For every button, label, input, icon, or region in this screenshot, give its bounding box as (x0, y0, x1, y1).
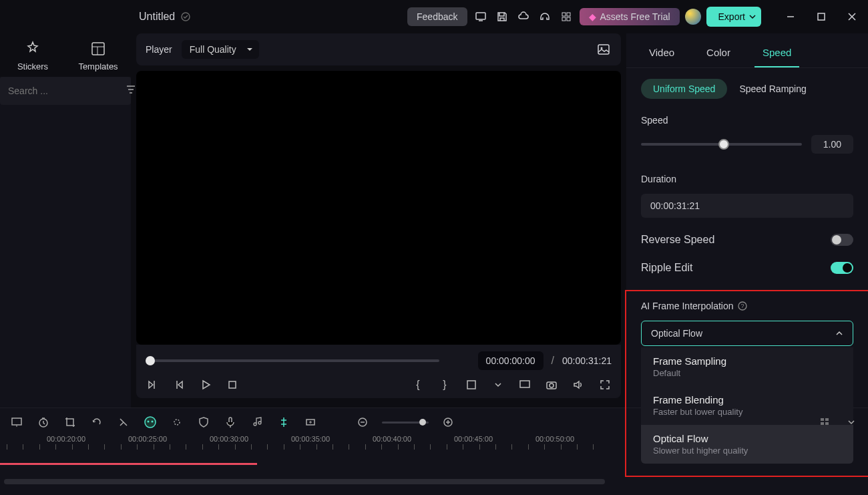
reverse-speed-label: Reverse Speed (641, 234, 714, 246)
crop-icon[interactable] (465, 378, 478, 391)
svg-rect-8 (818, 13, 825, 20)
ai-interpolation-select[interactable]: Optical Flow (641, 321, 853, 346)
category-stickers[interactable]: Stickers (0, 33, 65, 77)
zoom-out-button[interactable] (355, 415, 370, 430)
picture-icon[interactable] (596, 41, 612, 57)
video-preview[interactable] (136, 71, 621, 345)
feedback-button[interactable]: Feedback (407, 7, 467, 26)
svg-point-26 (145, 417, 156, 428)
player-label: Player (146, 44, 172, 55)
category-label: Templates (78, 61, 118, 71)
fullscreen-icon[interactable] (598, 378, 612, 391)
mark-out-icon[interactable]: } (438, 378, 451, 391)
time-separator: / (552, 355, 554, 367)
chevron-down-icon[interactable] (844, 415, 859, 430)
tab-video[interactable]: Video (641, 41, 682, 67)
dd-sub: Default (653, 368, 841, 378)
ai-selected-value: Optical Flow (651, 328, 702, 339)
tl-crop-icon[interactable] (63, 415, 77, 430)
tl-mic-icon[interactable] (223, 415, 238, 430)
search-input[interactable] (8, 86, 125, 96)
mark-in-icon[interactable]: { (411, 378, 425, 391)
tl-music-icon[interactable] (250, 415, 264, 430)
ruler-mark: 00:00:40:00 (373, 435, 411, 443)
monitor-icon[interactable] (473, 9, 489, 25)
minimize-button[interactable] (783, 9, 799, 25)
timeline-scrollbar[interactable] (4, 479, 605, 484)
chevron-down-icon (749, 13, 756, 20)
close-button[interactable] (844, 9, 860, 25)
tl-ai-icon[interactable] (143, 415, 158, 430)
globe-icon[interactable] (685, 9, 701, 25)
ai-option-frame-sampling[interactable]: Frame Sampling Default (641, 347, 853, 386)
quality-select[interactable]: Full Quality (182, 40, 259, 59)
zoom-slider[interactable] (382, 422, 429, 424)
ruler-mark: 00:00:50:00 (535, 435, 574, 443)
svg-rect-15 (598, 45, 609, 54)
tl-view-icon[interactable] (817, 415, 832, 430)
time-total: 00:00:31:21 (562, 355, 612, 366)
svg-rect-5 (562, 17, 566, 21)
clip-track[interactable] (0, 463, 257, 465)
zoom-in-button[interactable] (441, 415, 455, 430)
uniform-speed-tab[interactable]: Uniform Speed (641, 79, 727, 99)
chevron-down-icon[interactable] (491, 378, 505, 391)
duration-label: Duration (641, 174, 853, 184)
stickers-icon (24, 40, 41, 57)
svg-rect-3 (562, 13, 566, 16)
tl-aspect-icon[interactable] (303, 415, 318, 430)
stop-button[interactable] (226, 378, 239, 391)
timeline-ruler[interactable]: 00:00:20:00 00:00:25:00 00:00:30:00 00:0… (0, 435, 868, 447)
tl-shield-icon[interactable] (196, 415, 211, 430)
next-frame-button[interactable] (172, 378, 186, 391)
tl-timer-icon[interactable] (36, 415, 51, 430)
search-row (0, 77, 131, 105)
timeline-tracks[interactable] (0, 447, 868, 487)
tl-monitor-icon[interactable] (9, 415, 24, 430)
tl-effects-icon[interactable] (170, 415, 184, 430)
gem-icon: ◆ (589, 11, 596, 22)
snapshot-icon[interactable] (545, 378, 558, 391)
assets-trial-button[interactable]: ◆ Assets Free Trial (580, 8, 680, 25)
ruler-mark: 00:00:45:00 (454, 435, 493, 443)
speed-slider-handle[interactable] (718, 139, 729, 150)
volume-icon[interactable] (572, 378, 585, 391)
svg-rect-19 (520, 381, 529, 387)
svg-point-21 (550, 383, 554, 387)
reverse-speed-toggle[interactable] (831, 234, 853, 246)
duration-input[interactable]: 00:00:31:21 (641, 194, 853, 218)
export-button[interactable]: Export (706, 7, 761, 27)
tl-more-icon[interactable] (116, 415, 131, 430)
ruler-mark: 00:00:30:00 (210, 435, 248, 443)
speed-ramping-tab[interactable]: Speed Ramping (739, 79, 806, 99)
display-icon[interactable] (518, 378, 531, 391)
prev-frame-button[interactable] (146, 378, 159, 391)
playback-slider[interactable] (146, 359, 439, 362)
grid-icon[interactable] (558, 9, 574, 25)
svg-rect-17 (229, 381, 236, 388)
category-templates[interactable]: Templates (65, 33, 131, 77)
doc-title: Untitled (134, 11, 191, 23)
speed-value[interactable]: 1.00 (811, 135, 853, 154)
assets-trial-label: Assets Free Trial (600, 11, 670, 22)
tl-cut-icon[interactable] (276, 415, 291, 430)
playback-handle[interactable] (146, 356, 155, 365)
speed-slider[interactable] (641, 143, 802, 146)
tl-rotate-icon[interactable] (89, 415, 104, 430)
tab-speed[interactable]: Speed (754, 41, 799, 67)
svg-rect-30 (229, 418, 232, 423)
play-button[interactable] (199, 378, 212, 391)
properties-panel: Video Color Speed Uniform Speed Speed Ra… (626, 33, 868, 407)
svg-rect-37 (821, 422, 824, 425)
cloud-icon[interactable] (515, 9, 531, 25)
ripple-edit-toggle[interactable] (831, 262, 853, 274)
save-icon[interactable] (494, 9, 510, 25)
saved-check-icon (180, 11, 191, 22)
headphones-icon[interactable] (537, 9, 553, 25)
svg-point-16 (601, 47, 603, 49)
svg-rect-35 (821, 418, 824, 421)
chevron-up-icon (835, 329, 843, 337)
maximize-button[interactable] (813, 9, 829, 25)
tab-color[interactable]: Color (698, 41, 738, 67)
help-icon[interactable]: ? (738, 301, 747, 311)
